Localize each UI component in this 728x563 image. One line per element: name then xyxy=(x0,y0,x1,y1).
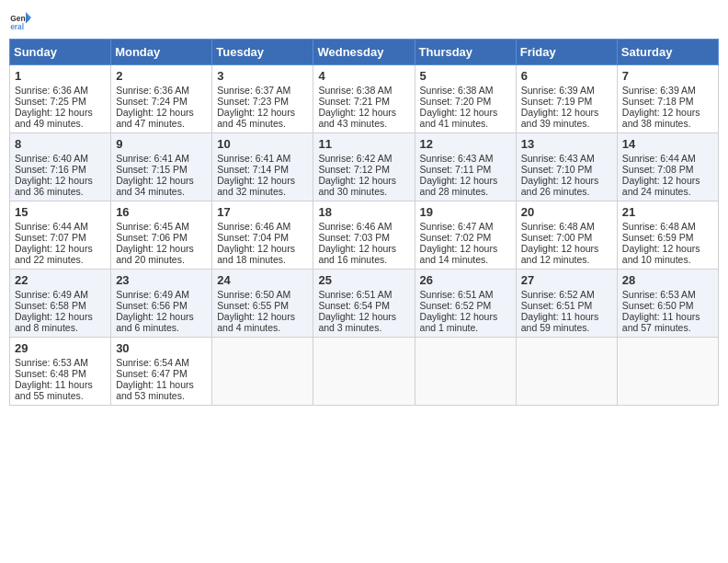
day-number: 2 xyxy=(116,69,207,83)
sunset-text: Sunset: 6:48 PM xyxy=(15,368,86,379)
calendar-cell: 24Sunrise: 6:50 AMSunset: 6:55 PMDayligh… xyxy=(212,270,313,338)
day-number: 1 xyxy=(15,69,106,83)
sunset-text: Sunset: 7:18 PM xyxy=(622,96,694,107)
column-header-monday: Monday xyxy=(111,40,212,65)
sunset-text: Sunset: 7:02 PM xyxy=(420,232,492,243)
calendar-cell: 23Sunrise: 6:49 AMSunset: 6:56 PMDayligh… xyxy=(111,270,212,338)
calendar-cell: 11Sunrise: 6:42 AMSunset: 7:12 PMDayligh… xyxy=(313,133,415,201)
calendar-cell: 29Sunrise: 6:53 AMSunset: 6:48 PMDayligh… xyxy=(10,338,111,406)
daylight-text: Daylight: 12 hours and 22 minutes. xyxy=(15,243,93,265)
column-header-sunday: Sunday xyxy=(10,40,111,65)
day-number: 8 xyxy=(15,137,106,151)
daylight-text: Daylight: 12 hours and 38 minutes. xyxy=(622,107,700,129)
day-number: 3 xyxy=(217,69,308,83)
calendar-cell: 22Sunrise: 6:49 AMSunset: 6:58 PMDayligh… xyxy=(10,270,111,338)
sunrise-text: Sunrise: 6:43 AM xyxy=(420,153,494,164)
daylight-text: Daylight: 12 hours and 6 minutes. xyxy=(116,311,194,333)
sunset-text: Sunset: 7:03 PM xyxy=(318,232,390,243)
calendar-cell: 21Sunrise: 6:48 AMSunset: 6:59 PMDayligh… xyxy=(617,201,718,270)
sunrise-text: Sunrise: 6:42 AM xyxy=(318,153,392,164)
sunrise-text: Sunrise: 6:52 AM xyxy=(521,289,595,300)
day-number: 14 xyxy=(622,137,713,151)
daylight-text: Daylight: 11 hours and 59 minutes. xyxy=(521,311,599,333)
calendar-cell: 18Sunrise: 6:46 AMSunset: 7:03 PMDayligh… xyxy=(313,201,415,270)
day-number: 7 xyxy=(622,69,713,83)
calendar-cell: 17Sunrise: 6:46 AMSunset: 7:04 PMDayligh… xyxy=(212,201,313,270)
daylight-text: Daylight: 12 hours and 49 minutes. xyxy=(15,107,93,129)
calendar-cell: 19Sunrise: 6:47 AMSunset: 7:02 PMDayligh… xyxy=(415,201,516,270)
column-header-tuesday: Tuesday xyxy=(212,40,313,65)
sunrise-text: Sunrise: 6:39 AM xyxy=(622,85,696,96)
sunrise-text: Sunrise: 6:39 AM xyxy=(521,85,595,96)
daylight-text: Daylight: 12 hours and 16 minutes. xyxy=(318,243,396,265)
svg-text:eral: eral xyxy=(10,22,24,31)
sunset-text: Sunset: 6:55 PM xyxy=(217,300,289,311)
calendar-cell: 30Sunrise: 6:54 AMSunset: 6:47 PMDayligh… xyxy=(111,338,212,406)
day-number: 12 xyxy=(420,137,511,151)
calendar-cell: 7Sunrise: 6:39 AMSunset: 7:18 PMDaylight… xyxy=(617,65,718,133)
sunset-text: Sunset: 7:12 PM xyxy=(318,164,390,175)
week-row-2: 8Sunrise: 6:40 AMSunset: 7:16 PMDaylight… xyxy=(10,133,719,201)
daylight-text: Daylight: 11 hours and 53 minutes. xyxy=(116,379,194,401)
calendar-cell: 8Sunrise: 6:40 AMSunset: 7:16 PMDaylight… xyxy=(10,133,111,201)
sunrise-text: Sunrise: 6:50 AM xyxy=(217,289,290,300)
calendar-cell: 1Sunrise: 6:36 AMSunset: 7:25 PMDaylight… xyxy=(10,65,111,133)
daylight-text: Daylight: 12 hours and 3 minutes. xyxy=(318,311,396,333)
sunrise-text: Sunrise: 6:46 AM xyxy=(217,221,290,232)
sunset-text: Sunset: 7:15 PM xyxy=(116,164,188,175)
day-number: 13 xyxy=(521,137,612,151)
sunset-text: Sunset: 7:20 PM xyxy=(420,96,492,107)
sunset-text: Sunset: 7:11 PM xyxy=(420,164,492,175)
calendar-cell: 12Sunrise: 6:43 AMSunset: 7:11 PMDayligh… xyxy=(415,133,516,201)
day-number: 5 xyxy=(420,69,511,83)
calendar-cell: 15Sunrise: 6:44 AMSunset: 7:07 PMDayligh… xyxy=(10,201,111,270)
sunset-text: Sunset: 6:59 PM xyxy=(622,232,694,243)
calendar-table: SundayMondayTuesdayWednesdayThursdayFrid… xyxy=(9,39,719,406)
daylight-text: Daylight: 12 hours and 41 minutes. xyxy=(420,107,498,129)
sunrise-text: Sunrise: 6:44 AM xyxy=(15,221,88,232)
day-number: 25 xyxy=(318,273,409,287)
sunrise-text: Sunrise: 6:36 AM xyxy=(15,85,88,96)
sunset-text: Sunset: 7:07 PM xyxy=(15,232,86,243)
day-number: 29 xyxy=(15,341,106,355)
day-number: 18 xyxy=(318,205,409,219)
column-header-wednesday: Wednesday xyxy=(313,40,415,65)
sunset-text: Sunset: 7:08 PM xyxy=(622,164,694,175)
day-number: 6 xyxy=(521,69,612,83)
sunrise-text: Sunrise: 6:53 AM xyxy=(15,357,88,368)
logo-icon: Gen eral xyxy=(9,9,31,31)
sunrise-text: Sunrise: 6:51 AM xyxy=(318,289,392,300)
day-number: 11 xyxy=(318,137,409,151)
daylight-text: Daylight: 11 hours and 57 minutes. xyxy=(622,311,700,333)
sunrise-text: Sunrise: 6:41 AM xyxy=(217,153,290,164)
calendar-cell: 25Sunrise: 6:51 AMSunset: 6:54 PMDayligh… xyxy=(313,270,415,338)
day-number: 17 xyxy=(217,205,308,219)
sunset-text: Sunset: 6:51 PM xyxy=(521,300,593,311)
sunset-text: Sunset: 7:23 PM xyxy=(217,96,289,107)
day-number: 23 xyxy=(116,273,207,287)
day-number: 26 xyxy=(420,273,511,287)
calendar-cell xyxy=(415,338,516,406)
sunrise-text: Sunrise: 6:54 AM xyxy=(116,357,189,368)
week-row-1: 1Sunrise: 6:36 AMSunset: 7:25 PMDaylight… xyxy=(10,65,719,133)
sunset-text: Sunset: 7:04 PM xyxy=(217,232,289,243)
calendar-cell: 3Sunrise: 6:37 AMSunset: 7:23 PMDaylight… xyxy=(212,65,313,133)
sunrise-text: Sunrise: 6:46 AM xyxy=(318,221,392,232)
daylight-text: Daylight: 12 hours and 39 minutes. xyxy=(521,107,599,129)
sunset-text: Sunset: 6:47 PM xyxy=(116,368,188,379)
daylight-text: Daylight: 12 hours and 45 minutes. xyxy=(217,107,295,129)
calendar-cell: 26Sunrise: 6:51 AMSunset: 6:52 PMDayligh… xyxy=(415,270,516,338)
day-number: 28 xyxy=(622,273,713,287)
daylight-text: Daylight: 12 hours and 26 minutes. xyxy=(521,175,599,197)
sunset-text: Sunset: 6:58 PM xyxy=(15,300,86,311)
sunrise-text: Sunrise: 6:51 AM xyxy=(420,289,494,300)
calendar-cell: 13Sunrise: 6:43 AMSunset: 7:10 PMDayligh… xyxy=(516,133,617,201)
column-header-thursday: Thursday xyxy=(415,40,516,65)
sunrise-text: Sunrise: 6:38 AM xyxy=(318,85,392,96)
day-number: 24 xyxy=(217,273,308,287)
calendar-cell: 28Sunrise: 6:53 AMSunset: 6:50 PMDayligh… xyxy=(617,270,718,338)
sunset-text: Sunset: 7:21 PM xyxy=(318,96,390,107)
calendar-cell xyxy=(516,338,617,406)
sunset-text: Sunset: 7:00 PM xyxy=(521,232,593,243)
calendar-cell: 20Sunrise: 6:48 AMSunset: 7:00 PMDayligh… xyxy=(516,201,617,270)
